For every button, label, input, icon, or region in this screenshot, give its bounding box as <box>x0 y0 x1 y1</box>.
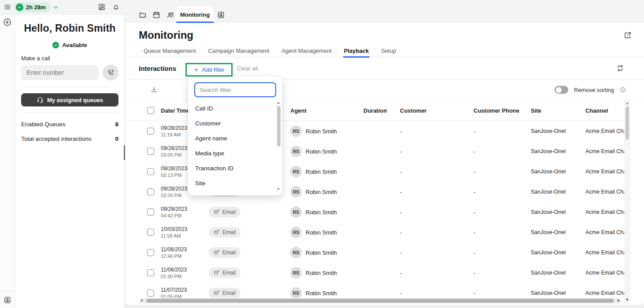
horizontal-scrollbar[interactable] <box>139 298 622 304</box>
sidebar-scrollbar-thumb[interactable] <box>124 145 125 160</box>
contacts-card-icon[interactable] <box>4 296 11 304</box>
media-type-badge: Email <box>209 207 241 217</box>
cell-agent: RS Robin Smith <box>290 222 337 242</box>
cell-date-time: 09/28/2023 11:19 AM <box>161 121 187 141</box>
cell-date-time: 09/28/2023 03:26 PM <box>161 182 187 202</box>
table-row[interactable]: 09/29/2023 04:42 PM Email RS Robin Smith… <box>125 202 624 222</box>
cell-media-type: Email <box>209 222 241 242</box>
cell-customer-phone: - <box>474 141 475 161</box>
refresh-icon[interactable] <box>616 64 624 72</box>
cell-site: SanJose-Onel <box>531 202 566 222</box>
table-row[interactable]: 10/03/2023 11:58 AM Email RS Robin Smith… <box>125 222 624 242</box>
schedule-calendar-icon[interactable] <box>152 11 160 19</box>
filter-option[interactable]: Media type <box>188 146 276 161</box>
filter-option[interactable]: Site <box>188 176 276 191</box>
info-icon[interactable] <box>620 87 626 93</box>
agent-name: Robin Smith <box>306 209 337 216</box>
phone-number-input[interactable] <box>21 65 98 80</box>
agent-name: Robin Smith <box>306 249 337 256</box>
vertical-scrollbar[interactable] <box>624 100 630 304</box>
row-checkbox[interactable] <box>147 229 154 236</box>
col-agent[interactable]: Agent <box>290 100 307 121</box>
cell-customer: - <box>400 242 402 263</box>
workspace-tab-strip: Monitoring <box>125 0 644 23</box>
col-site[interactable]: Site <box>531 100 541 121</box>
row-date: 09/28/2023 <box>161 165 187 172</box>
subtab[interactable]: Agent Management <box>281 44 332 57</box>
col-duration[interactable]: Duration <box>363 100 387 121</box>
cell-agent: RS Robin Smith <box>290 161 337 182</box>
remove-sorting-toggle[interactable] <box>555 86 568 94</box>
filter-option[interactable]: Agent name <box>188 131 276 146</box>
scroll-left-arrow[interactable] <box>141 299 143 302</box>
availability-timer[interactable]: 2h 28m <box>15 2 51 12</box>
cell-site: SanJose-Onel <box>531 242 566 263</box>
filter-option[interactable]: Call ID <box>188 101 276 116</box>
contacts-card-icon[interactable] <box>217 11 225 19</box>
col-customer-phone[interactable]: Customer Phone <box>474 100 519 121</box>
row-checkbox[interactable] <box>147 128 154 135</box>
avatar: RS <box>290 125 302 137</box>
open-external-icon[interactable] <box>624 31 632 39</box>
row-date: 11/07/2023 <box>161 287 187 293</box>
rail-bottom <box>0 291 15 308</box>
row-checkbox[interactable] <box>147 148 154 155</box>
chevron-down-icon[interactable] <box>52 4 59 11</box>
col-customer[interactable]: Customer <box>400 100 427 121</box>
add-filter-button[interactable]: Add filter <box>193 66 224 73</box>
filter-option[interactable]: Customer <box>188 116 276 131</box>
new-interaction-plus-icon[interactable] <box>3 18 12 27</box>
download-icon[interactable] <box>150 86 158 93</box>
tasks-folder-icon[interactable] <box>139 11 147 19</box>
subtab[interactable]: Playback <box>343 44 370 57</box>
apps-grid-icon[interactable] <box>98 3 106 11</box>
filter-option[interactable]: Transaction ID <box>188 161 276 176</box>
cell-customer-phone: - <box>474 182 475 202</box>
filter-search-input[interactable] <box>194 82 276 97</box>
dropdown-scrollbar-thumb[interactable] <box>277 106 281 147</box>
scroll-up-arrow[interactable] <box>626 102 629 104</box>
stat-label: Enabled Queues <box>21 121 66 128</box>
subtab[interactable]: Queue Management <box>143 44 197 57</box>
avatar: RS <box>290 206 302 218</box>
subtab[interactable]: Setup <box>380 44 397 57</box>
col-channel[interactable]: Channel <box>585 100 624 121</box>
cell-customer: - <box>400 182 402 202</box>
horizontal-scrollbar-thumb[interactable] <box>146 299 614 303</box>
team-people-icon[interactable] <box>166 11 175 19</box>
email-icon <box>214 229 220 235</box>
vertical-scrollbar-thumb[interactable] <box>625 106 629 139</box>
cell-site: SanJose-Onel <box>531 141 566 161</box>
cell-site: SanJose-Onel <box>531 222 566 242</box>
dropdown-scroll-down-arrow[interactable] <box>277 188 280 191</box>
menu-icon[interactable] <box>4 3 11 11</box>
subtab[interactable]: Campaign Management <box>207 44 270 57</box>
scroll-down-arrow[interactable] <box>626 299 629 301</box>
table-row[interactable]: 11/06/2023 01:30 PM Email RS Robin Smith… <box>125 263 624 283</box>
row-checkbox[interactable] <box>147 249 154 256</box>
row-time: 03:13 PM <box>161 172 187 178</box>
my-assigned-queues-button[interactable]: My assigned queues <box>21 93 118 106</box>
call-button[interactable] <box>103 65 118 81</box>
col-date-time[interactable]: Date/ Time <box>161 100 190 121</box>
table-row[interactable]: 11/06/2023 12:46 PM Email RS Robin Smith… <box>125 242 624 263</box>
row-checkbox[interactable] <box>147 188 154 195</box>
row-checkbox[interactable] <box>147 209 154 216</box>
left-rail <box>0 15 15 308</box>
select-all-checkbox[interactable] <box>147 107 154 114</box>
cell-site: SanJose-Onel <box>531 161 566 182</box>
dropdown-scrollbar[interactable] <box>277 102 281 191</box>
media-type-label: Email <box>222 229 236 235</box>
dropdown-scroll-up-arrow[interactable] <box>277 102 280 104</box>
row-checkbox[interactable] <box>147 168 154 175</box>
status-timer: 2h 28m <box>26 4 46 11</box>
row-date: 09/29/2023 <box>161 206 187 213</box>
availability-status: Available <box>21 42 118 48</box>
row-checkbox[interactable] <box>147 290 154 297</box>
email-icon <box>214 209 220 215</box>
scroll-right-arrow[interactable] <box>618 299 620 302</box>
notifications-bell-icon[interactable] <box>112 4 120 11</box>
row-checkbox[interactable] <box>147 269 154 276</box>
tab-monitoring[interactable]: Monitoring <box>176 6 214 23</box>
cell-agent: RS Robin Smith <box>290 263 337 283</box>
